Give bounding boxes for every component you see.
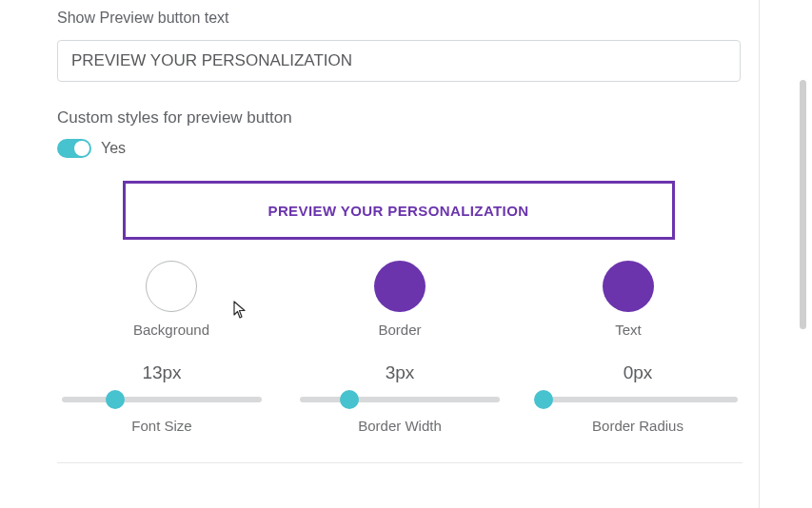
border-width-value: 3px <box>386 362 415 383</box>
settings-panel: Show Preview button text Custom styles f… <box>38 0 760 508</box>
font-size-slider[interactable] <box>62 397 262 402</box>
text-swatch-label: Text <box>615 322 642 338</box>
border-swatch-label: Border <box>378 322 421 338</box>
border-radius-value: 0px <box>624 362 653 383</box>
custom-styles-toggle-label: Yes <box>101 140 126 157</box>
custom-styles-toggle[interactable] <box>57 139 91 158</box>
text-color-swatch[interactable] <box>603 261 654 312</box>
toggle-knob <box>74 141 89 156</box>
border-color-swatch[interactable] <box>374 261 426 312</box>
font-size-slider-thumb[interactable] <box>106 390 125 409</box>
section-divider <box>57 462 743 463</box>
border-radius-slider-thumb[interactable] <box>534 390 553 409</box>
border-width-slider-thumb[interactable] <box>340 390 359 409</box>
border-width-label: Border Width <box>358 418 442 434</box>
border-width-slider[interactable] <box>300 397 500 402</box>
border-radius-label: Border Radius <box>592 418 683 434</box>
background-swatch-label: Background <box>133 322 209 338</box>
page-scrollbar[interactable] <box>800 80 806 329</box>
font-size-value: 13px <box>142 362 181 383</box>
custom-styles-label: Custom styles for preview button <box>57 108 740 127</box>
border-radius-slider[interactable] <box>538 397 738 402</box>
preview-button-sample: PREVIEW YOUR PERSONALIZATION <box>123 181 675 240</box>
font-size-label: Font Size <box>131 418 191 434</box>
button-text-field-label: Show Preview button text <box>57 10 740 27</box>
background-color-swatch[interactable] <box>146 261 197 312</box>
preview-button-label: PREVIEW YOUR PERSONALIZATION <box>267 203 528 219</box>
button-text-input[interactable] <box>57 40 741 82</box>
